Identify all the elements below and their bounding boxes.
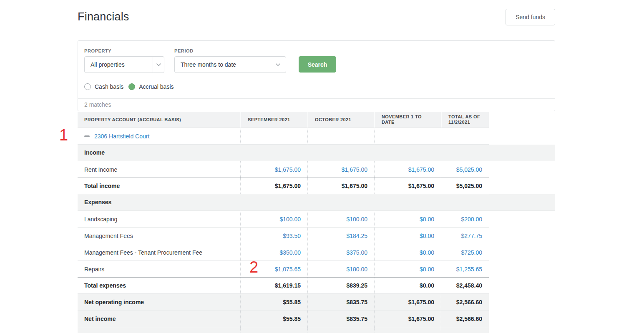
period-select-value: Three months to date xyxy=(175,57,270,73)
amount-cell: $1,675.00 xyxy=(374,310,441,327)
amount-link[interactable]: $375.00 xyxy=(346,249,367,256)
amount-cell: $1,619.15 xyxy=(240,278,307,293)
cash-basis-label[interactable]: Cash basis xyxy=(95,83,123,90)
row-label: Rent Income xyxy=(78,161,240,178)
amount-cell: $277.75 xyxy=(441,228,489,244)
amount-link[interactable]: $0.00 xyxy=(420,233,434,239)
amount-cell: $100.00 xyxy=(240,211,307,227)
section-row-expenses: Expenses xyxy=(78,194,555,211)
amount-link[interactable]: $93.50 xyxy=(283,233,301,239)
row-label: Management Fees - Tenant Procurement Fee xyxy=(78,244,240,260)
amount-link[interactable]: $1,075.65 xyxy=(275,266,301,273)
amount-cell: $55.85 xyxy=(240,294,307,310)
accrual-basis-label[interactable]: Accrual basis xyxy=(139,83,174,90)
accrual-basis-radio[interactable] xyxy=(128,83,135,90)
amount-link[interactable]: $725.00 xyxy=(461,249,482,256)
property-link[interactable]: 2306 Hartsfield Court xyxy=(94,133,149,140)
account-row-management-fees-tenant-procurement-fee: Management Fees - Tenant Procurement Fee… xyxy=(78,244,489,261)
amount-link[interactable]: $180.00 xyxy=(346,266,367,273)
amount-cell: $1,255.65 xyxy=(441,261,489,277)
amount-link[interactable]: $5,025.00 xyxy=(456,166,482,173)
amount-cell: $1,675.00 xyxy=(374,161,441,178)
amount-link[interactable]: $184.25 xyxy=(346,233,367,239)
amount-cell xyxy=(240,128,307,144)
amount-cell: $1,675.00 xyxy=(240,161,307,178)
amount-cell: $100.00 xyxy=(307,211,374,227)
amount-cell: $1,675.00 xyxy=(307,161,374,178)
amount-cell: $5,025.00 xyxy=(441,178,489,194)
row-label: Landscaping xyxy=(78,211,240,227)
account-row-management-fees: Management Fees$93.50$184.25$0.00$277.75 xyxy=(78,228,489,244)
account-row-rent-income: Rent Income$1,675.00$1,675.00$1,675.00$5… xyxy=(78,161,489,178)
cash-basis-radio[interactable] xyxy=(84,83,91,90)
property-cell: 2306 Hartsfield Court xyxy=(78,128,240,144)
amount-link[interactable]: $0.00 xyxy=(420,249,434,256)
period-select[interactable]: Three months to date xyxy=(174,56,286,73)
amount-cell: $0.00 xyxy=(374,261,441,277)
amount-cell xyxy=(374,128,441,144)
amount-link[interactable]: $1,675.00 xyxy=(342,166,367,173)
amount-link[interactable]: $100.00 xyxy=(346,216,367,223)
property-select[interactable]: All properties xyxy=(84,56,164,73)
column-header-october-2021: OCTOBER 2021 xyxy=(307,112,374,128)
amount-cell xyxy=(441,128,489,144)
amount-link[interactable]: $200.00 xyxy=(461,216,482,223)
account-row-repairs: Repairs$1,075.65$180.00$0.00$1,255.65 xyxy=(78,261,489,278)
amount-link[interactable]: $0.00 xyxy=(420,216,434,223)
filter-panel: PROPERTY All properties PERIOD Three mon… xyxy=(78,40,555,111)
next-row-partial xyxy=(78,327,489,333)
amount-cell xyxy=(307,128,374,144)
chevron-down-icon xyxy=(153,57,164,73)
section-row-income: Income xyxy=(78,145,555,161)
row-label: Net income xyxy=(78,310,240,327)
amount-cell: $0.00 xyxy=(374,228,441,244)
amount-cell: $2,566.60 xyxy=(441,310,489,327)
net-row-net-operating-income: Net operating income$55.85$835.75$1,675.… xyxy=(78,294,489,310)
property-field: PROPERTY All properties xyxy=(84,48,164,73)
period-field: PERIOD Three months to date xyxy=(174,48,286,73)
amount-cell: $1,675.00 xyxy=(374,178,441,194)
send-funds-button[interactable]: Send funds xyxy=(506,9,555,25)
amount-cell: $0.00 xyxy=(374,278,441,293)
amount-cell: $835.75 xyxy=(307,310,374,327)
column-header-total-as-of: TOTAL AS OF 11/2/2021 xyxy=(441,112,489,128)
amount-cell: $2,458.40 xyxy=(441,278,489,293)
amount-cell: $839.25 xyxy=(307,278,374,293)
page-title: Financials xyxy=(78,10,129,23)
chevron-down-icon xyxy=(270,57,286,73)
amount-cell: $5,025.00 xyxy=(441,161,489,178)
amount-link[interactable]: $350.00 xyxy=(279,249,301,256)
amount-link[interactable]: $1,255.65 xyxy=(456,266,482,273)
total-row-total-expenses: Total expenses$1,619.15$839.25$0.00$2,45… xyxy=(78,277,489,294)
amount-link[interactable]: $1,675.00 xyxy=(275,166,301,173)
amount-cell: $1,675.00 xyxy=(374,294,441,310)
annotation-1: 1 xyxy=(59,127,68,143)
amount-link[interactable]: $277.75 xyxy=(461,233,482,239)
amount-cell: $0.00 xyxy=(374,211,441,227)
amount-cell: $350.00 xyxy=(240,244,307,260)
row-label: Management Fees xyxy=(78,228,240,244)
amount-cell: $93.50 xyxy=(240,228,307,244)
amount-link[interactable]: $100.00 xyxy=(279,216,301,223)
matches-count: 2 matches xyxy=(84,101,111,108)
row-label: Total income xyxy=(78,178,240,194)
table-header-row: PROPERTY ACCOUNT (ACCRUAL BASIS) SEPTEMB… xyxy=(78,112,489,128)
amount-cell: $835.75 xyxy=(307,294,374,310)
property-select-value: All properties xyxy=(85,57,153,73)
amount-cell: $55.85 xyxy=(240,310,307,327)
amount-cell: $1,075.65 xyxy=(240,261,307,277)
amount-link[interactable]: $0.00 xyxy=(420,266,434,273)
amount-cell: $200.00 xyxy=(441,211,489,227)
collapse-minus-icon[interactable] xyxy=(84,135,90,137)
search-button[interactable]: Search xyxy=(299,56,336,73)
section-label: Expenses xyxy=(84,199,111,205)
column-header-property-account: PROPERTY ACCOUNT (ACCRUAL BASIS) xyxy=(78,112,240,128)
account-row-landscaping: Landscaping$100.00$100.00$0.00$200.00 xyxy=(78,211,489,228)
total-row-total-income: Total income$1,675.00$1,675.00$1,675.00$… xyxy=(78,178,489,194)
amount-cell: $1,675.00 xyxy=(240,178,307,194)
amount-cell: $184.25 xyxy=(307,228,374,244)
amount-link[interactable]: $1,675.00 xyxy=(408,166,434,173)
basis-radio-group: Cash basis Accrual basis xyxy=(84,83,548,90)
section-label: Income xyxy=(84,149,105,156)
amount-cell: $725.00 xyxy=(441,244,489,260)
